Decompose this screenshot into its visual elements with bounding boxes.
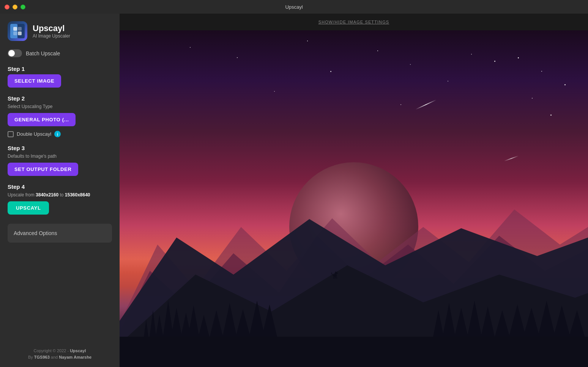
step1-section: Step 1 SELECT IMAGE — [8, 66, 112, 88]
svg-line-42 — [337, 276, 337, 279]
app-header: Upscayl AI Image Upscaler — [8, 21, 112, 41]
star — [541, 71, 542, 72]
advanced-options[interactable]: Advanced Options — [8, 224, 112, 243]
night-scene — [120, 30, 588, 367]
double-upscayl-checkbox[interactable] — [8, 131, 14, 137]
svg-line-39 — [334, 276, 334, 279]
image-settings-bar: SHOW/HIDE IMAGE SETTINGS — [120, 14, 588, 30]
ground — [120, 337, 588, 367]
star — [400, 104, 401, 105]
set-output-folder-button[interactable]: SET OUTPUT FOLDER — [8, 163, 78, 176]
star — [307, 41, 308, 41]
svg-point-34 — [333, 274, 337, 277]
star — [190, 47, 191, 48]
upscale-to: 15360x8640 — [65, 192, 90, 198]
svg-rect-4 — [13, 31, 17, 35]
upscale-from: 3840x2160 — [36, 192, 58, 198]
svg-rect-1 — [17, 24, 25, 38]
advanced-options-label: Advanced Options — [14, 230, 57, 236]
svg-marker-37 — [337, 271, 337, 272]
app-name: Upscayl — [33, 24, 70, 33]
shooting-star — [416, 100, 437, 110]
star — [471, 54, 472, 55]
sidebar-footer: Copyright © 2022 - Upscayl By TGS963 and… — [8, 340, 112, 367]
window-title: Upscayl — [285, 4, 303, 10]
batch-toggle[interactable] — [8, 49, 22, 57]
maximize-button[interactable] — [20, 5, 25, 9]
upscayl-button[interactable]: UPSCAYL — [8, 201, 49, 215]
star — [518, 57, 519, 58]
title-bar: Upscayl — [0, 0, 588, 14]
close-button[interactable] — [5, 5, 9, 9]
app-subtitle: AI Image Upscaler — [33, 33, 70, 39]
svg-rect-3 — [18, 31, 22, 35]
upscaling-type-button[interactable]: GENERAL PHOTO (... — [8, 113, 76, 126]
step3-sublabel: Defaults to Image's path — [8, 154, 112, 159]
wolf-silhouette — [331, 268, 339, 280]
star — [330, 71, 331, 72]
star — [550, 114, 552, 116]
double-upscayl-label: Double Upscayl — [17, 131, 51, 137]
svg-rect-2 — [13, 27, 17, 31]
step2-sublabel: Select Upscaling Type — [8, 104, 112, 109]
footer-copyright: Copyright © 2022 - Upscayl — [8, 348, 112, 354]
star — [410, 64, 411, 65]
batch-label: Batch Upscale — [26, 50, 60, 56]
app-title-group: Upscayl AI Image Upscaler — [33, 24, 70, 39]
step4-label: Step 4 — [8, 184, 112, 190]
star — [448, 81, 448, 82]
step2-label: Step 2 — [8, 95, 112, 102]
step1-label: Step 1 — [8, 66, 112, 72]
batch-row: Batch Upscale — [8, 49, 112, 57]
svg-point-38 — [336, 273, 338, 274]
main-content: SHOW/HIDE IMAGE SETTINGS — [120, 14, 588, 367]
star — [274, 91, 275, 92]
step2-section: Step 2 Select Upscaling Type GENERAL PHO… — [8, 95, 112, 137]
star — [237, 57, 238, 58]
app-logo — [8, 21, 27, 41]
image-settings-link[interactable]: SHOW/HIDE IMAGE SETTINGS — [318, 20, 389, 24]
minimize-button[interactable] — [13, 5, 17, 9]
treeline — [120, 254, 588, 348]
svg-line-40 — [334, 277, 335, 279]
svg-rect-5 — [18, 27, 22, 31]
window-controls — [5, 5, 25, 9]
star — [377, 50, 378, 51]
main-layout: Upscayl AI Image Upscaler Batch Upscale … — [0, 14, 588, 367]
image-preview — [120, 30, 588, 367]
step3-label: Step 3 — [8, 145, 112, 151]
svg-line-41 — [336, 277, 336, 279]
star — [494, 61, 495, 62]
footer-authors: By TGS963 and Nayam Amarshe — [8, 354, 112, 361]
star — [532, 98, 533, 99]
step3-section: Step 3 Defaults to Image's path SET OUTP… — [8, 145, 112, 176]
svg-rect-0 — [10, 24, 17, 38]
info-icon[interactable]: i — [54, 131, 61, 137]
upscale-info: Upscale from 3840x2160 to 15360x8640 — [8, 192, 112, 198]
sidebar: Upscayl AI Image Upscaler Batch Upscale … — [0, 14, 120, 367]
star — [564, 84, 566, 85]
double-upscayl-row: Double Upscayl i — [8, 131, 112, 137]
select-image-button[interactable]: SELECT IMAGE — [8, 74, 61, 88]
step4-section: Step 4 Upscale from 3840x2160 to 15360x8… — [8, 184, 112, 215]
